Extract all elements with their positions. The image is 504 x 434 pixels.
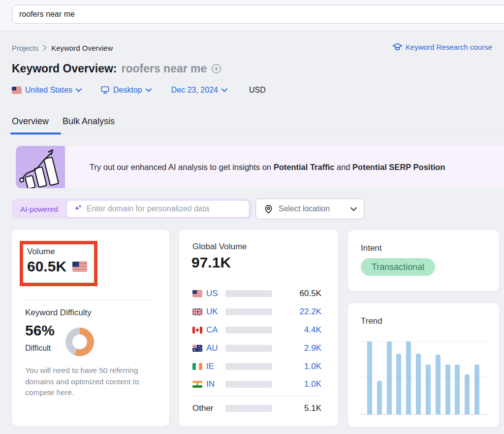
country-volume-row: UK22.2K: [192, 303, 321, 321]
country-volume-value[interactable]: 4.4K: [272, 325, 321, 335]
volume-label: Volume: [27, 247, 55, 257]
chevron-down-icon: [350, 207, 357, 211]
country-label[interactable]: US: [206, 289, 225, 299]
keyword-difficulty-note: You will need to have 50 referring domai…: [25, 365, 158, 399]
device-dropdown-label: Desktop: [113, 86, 142, 95]
tab-bulk-analysis[interactable]: Bulk Analysis: [63, 116, 115, 134]
trend-chart: [359, 341, 489, 414]
domain-input[interactable]: [86, 204, 249, 214]
country-volume-row: Other5.1K: [192, 400, 321, 418]
volume-bar-track: [225, 345, 272, 352]
in-flag-icon: [192, 381, 202, 388]
x-axis-line: [359, 414, 489, 415]
country-volume-value: 60.5K: [272, 289, 321, 299]
keyword-difficulty-level: Difficult: [25, 344, 51, 353]
country-label[interactable]: AU: [206, 343, 225, 353]
ca-flag-icon: [192, 327, 202, 334]
sparkle-icon: [73, 204, 83, 214]
ai-powered-group: AI-powered: [12, 199, 252, 219]
volume-bar-track: [225, 308, 272, 315]
ie-flag-icon: [192, 363, 202, 370]
us-flag-icon: [12, 87, 22, 94]
breadcrumb-current: Keyword Overview: [51, 44, 113, 52]
volume-bar-track: [225, 327, 272, 334]
country-label: Other: [192, 403, 225, 413]
global-volume-label: Global Volume: [192, 242, 247, 252]
card-divider: [192, 396, 321, 397]
au-flag-icon: [192, 345, 202, 352]
tab-overview[interactable]: Overview: [12, 116, 49, 134]
intent-transactional-badge: Transactional: [361, 258, 435, 276]
active-tab-underline: [10, 133, 61, 134]
trend-card: Trend: [347, 302, 500, 428]
intent-card: Intent Transactional: [347, 230, 500, 292]
course-link-label: Keyword Research course: [406, 43, 492, 51]
us-flag-icon: [72, 262, 87, 271]
breadcrumb-projects[interactable]: Projects: [12, 44, 38, 52]
keyword-research-course-link[interactable]: Keyword Research course: [392, 42, 492, 52]
trend-bar: [396, 354, 401, 414]
domain-input-wrap: [66, 200, 250, 218]
us-flag-icon: [192, 290, 202, 297]
country-label[interactable]: IE: [206, 362, 225, 371]
trend-bar: [455, 365, 460, 414]
volume-bar-track: [225, 405, 272, 412]
trend-bar: [465, 374, 470, 414]
chevron-down-icon: [76, 88, 82, 92]
trend-bar: [406, 341, 411, 414]
country-volume-row: CA4.4K: [192, 321, 321, 339]
tabs: Overview Bulk Analysis: [12, 116, 115, 134]
top-search-bar: [0, 0, 504, 31]
volume-bar-track: [225, 363, 272, 370]
country-volume-value[interactable]: 22.2K: [272, 307, 321, 317]
difficulty-donut-chart: [65, 328, 94, 356]
volume-bar-track: [225, 381, 272, 388]
country-volume-row: IE1.0K: [192, 357, 321, 375]
tabs-divider: [0, 134, 504, 134]
trend-bar: [387, 341, 392, 414]
keyword-difficulty-label: Keyword Difficulty: [25, 308, 92, 318]
trend-bars: [367, 341, 479, 414]
volume-value: 60.5K: [27, 258, 87, 275]
country-volume-value[interactable]: 1.0K: [272, 379, 321, 389]
chevron-right-icon: [43, 45, 47, 51]
trend-bar: [474, 365, 479, 414]
date-dropdown[interactable]: Dec 23, 2024: [171, 86, 227, 95]
trend-bar: [445, 365, 450, 414]
ai-analysis-banner: Try out our enhanced AI analysis to get …: [16, 146, 504, 188]
country-label[interactable]: UK: [206, 307, 225, 317]
trend-bar: [367, 341, 372, 414]
trend-bar: [426, 365, 431, 414]
country-volume-value: 5.1K: [272, 403, 321, 413]
keyword-overview-page: Projects Keyword Overview Keyword Resear…: [0, 0, 504, 434]
country-volume-row: AU2.9K: [192, 339, 321, 357]
global-volume-total: 97.1K: [191, 254, 231, 271]
location-pin-icon: [263, 204, 274, 214]
chevron-down-icon: [146, 88, 152, 92]
country-volume-value[interactable]: 2.9K: [272, 343, 321, 353]
banner-text: Try out our enhanced AI analysis to get …: [90, 163, 445, 172]
select-location-button[interactable]: Select location: [255, 199, 364, 219]
banner-chart-illustration: [16, 146, 65, 188]
country-label[interactable]: CA: [206, 325, 225, 335]
trend-bar: [377, 381, 382, 414]
page-title-keyword: roofers near me: [121, 62, 207, 75]
desktop-icon: [100, 85, 110, 95]
card-divider: [25, 300, 154, 300]
device-dropdown[interactable]: Desktop: [100, 85, 152, 95]
search-input[interactable]: [12, 5, 504, 24]
trend-bar: [416, 354, 421, 414]
country-volume-row: US60.5K: [192, 285, 321, 303]
country-volume-row: IN1.0K: [192, 375, 321, 394]
keyword-difficulty-value: 56%: [25, 322, 55, 339]
volume-bar-track: [225, 290, 272, 297]
country-dropdown[interactable]: United States: [12, 86, 82, 95]
country-label[interactable]: IN: [206, 379, 225, 389]
other-volume-row: Other5.1K: [192, 400, 321, 418]
country-dropdown-label: United States: [25, 86, 72, 95]
add-keyword-icon[interactable]: [211, 64, 221, 74]
trend-bar: [436, 355, 441, 414]
select-location-label: Select location: [279, 204, 350, 213]
filters-row: United States Desktop Dec 23, 2024 USD: [12, 85, 266, 95]
country-volume-value[interactable]: 1.0K: [272, 362, 321, 371]
